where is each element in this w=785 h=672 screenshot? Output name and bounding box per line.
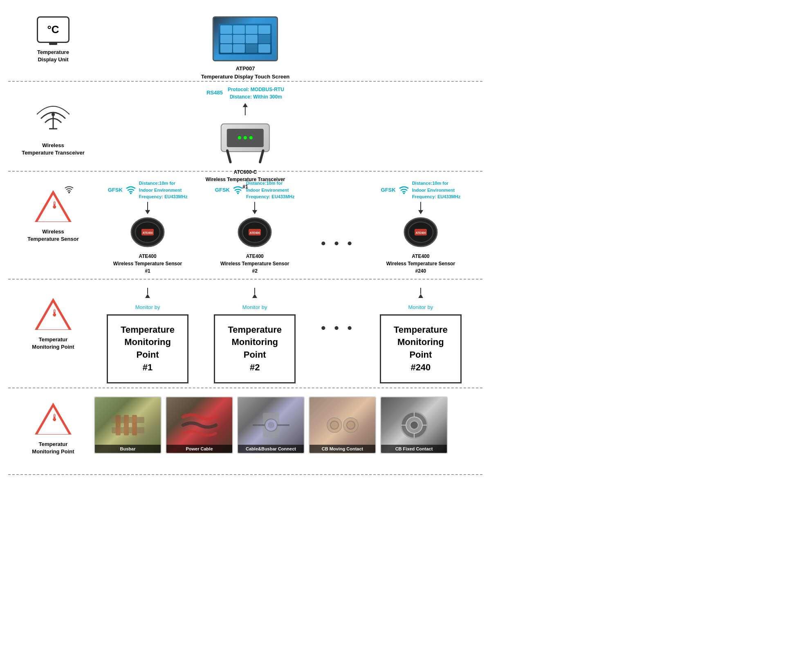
svg-text:ATE400: ATE400 [415, 231, 426, 234]
monitoring-left-line2: Monitoring Point [32, 344, 74, 350]
gfsk-desc-2: Distance:10m for Indoor Environment Freq… [246, 180, 295, 200]
photo-powercable-label: Power Cable [166, 445, 232, 453]
monitoring-box-text-2: Temperature Monitoring Point #2 [221, 324, 288, 374]
monitoring-box-2: Temperature Monitoring Point #2 [214, 314, 296, 383]
photo-cb-fixed: CB Fixed Contact [380, 396, 448, 454]
photo-cablebus-label: Cable&Busbar Connect [238, 445, 304, 453]
monitor-by-label-240: Monitor by [408, 304, 433, 310]
mp2-line2: Monitoring Point [231, 337, 278, 360]
protocol-info: Protocol: MODBUS-RTU Distance: Within 30… [228, 86, 284, 101]
svg-point-26 [268, 422, 274, 428]
touch-screen-box: ATP007 Temperature Display Touch Screen [201, 16, 289, 81]
monitoring-box-240: Temperature Monitoring Point #240 [380, 314, 462, 383]
led-3 [249, 136, 253, 139]
sensor-icon-container: 🌡 [35, 188, 72, 225]
row-sensors: 🌡 Wireless Temperature Sensor [8, 172, 482, 280]
distance-info-1-line1: Distance:10m for [139, 181, 175, 186]
device-body [227, 129, 264, 147]
mp240-line3: #240 [410, 362, 431, 372]
antenna-right-icon [259, 149, 265, 164]
transceiver-left-label: Wireless Temperature Transceiver [22, 142, 85, 157]
sensor-label-line2: Temperature Sensor [27, 236, 78, 242]
svg-point-14 [403, 193, 405, 194]
wireless-transceiver-left: Wireless Temperature Transceiver [20, 102, 86, 157]
temp-monitor-label: Temperatur Monitoring Point [32, 441, 74, 455]
celsius-icon: °C [47, 23, 59, 36]
svg-text:ATE400: ATE400 [250, 231, 260, 234]
mp1-line3: #1 [143, 362, 153, 372]
s1-num: #1 [145, 268, 150, 274]
distance-info-240-line2: Indoor Environment [412, 188, 455, 193]
bottom-border [8, 474, 482, 475]
wifi-small-icon [65, 186, 74, 195]
temp-monitor-left: 🌡 Temperatur Monitoring Point [20, 401, 86, 455]
svg-rect-22 [124, 415, 129, 435]
led-1 [238, 136, 241, 139]
photo-busbar-label: Busbar [95, 445, 161, 453]
s240-desc: Wireless Temperature Sensor [386, 261, 455, 267]
monitor-by-label-1: Monitor by [135, 304, 160, 310]
photos-group: Busbar Power Cable [94, 396, 482, 454]
distance-info-2-line3: Frequency: EU433MHz [246, 194, 295, 199]
photo-power-cable: Power Cable [166, 396, 233, 454]
mp1-line1: Temperature [121, 325, 175, 335]
s2-num: #2 [252, 268, 258, 274]
up-arrow-mp240 [418, 294, 423, 298]
up-arrow-mp2 [252, 294, 257, 298]
display-unit-box: °C Temperature Display Unit [20, 16, 86, 63]
thermometer-icon: 🌡 [50, 199, 60, 211]
rs485-label: RS485 [206, 90, 223, 96]
mp2-line1: Temperature [228, 325, 282, 335]
protocol-line2: Distance: Within 300m [230, 94, 282, 100]
mp240-line2: Monitoring Point [397, 337, 444, 360]
row-bottom: 🌡 Temperatur Monitoring Point [8, 388, 482, 470]
svg-point-4 [130, 193, 132, 194]
monitoring-box-text-240: Temperature Monitoring Point #240 [387, 324, 454, 374]
antenna-left-icon [226, 149, 232, 164]
monitoring-point-2: Monitor by Temperature Monitoring Point … [214, 288, 296, 383]
distance-info-240-line1: Distance:10m for [412, 181, 449, 186]
distance-info-1-line2: Indoor Environment [139, 188, 182, 193]
s1-desc: Wireless Temperature Sensor [113, 261, 182, 267]
atc600-device [221, 123, 270, 152]
transceiver-label-line2: Temperature Transceiver [22, 150, 85, 156]
sensor-2-label: ATE400 Wireless Temperature Sensor #2 [220, 253, 289, 275]
distance-info-2-line2: Indoor Environment [246, 188, 289, 193]
sensor-label-line1: Wireless [42, 228, 64, 235]
sensor-left-label: Wireless Temperature Sensor [27, 228, 78, 243]
photo-cbfixed-label: CB Fixed Contact [381, 445, 447, 453]
sensor-device-1: ATE400 [129, 216, 166, 249]
wireless-sensor-left: 🌡 Wireless Temperature Sensor [20, 188, 86, 243]
dots-separator-mp: • • • [321, 288, 354, 336]
sensor-device-240: ATE400 [402, 216, 439, 249]
down-arrow-2 [252, 210, 257, 214]
row-top: °C Temperature Display Unit [8, 8, 482, 82]
monitor-by-label-2: Monitor by [242, 304, 267, 310]
sensor-unit-1: GFSK Distance:10m for Indoor Environment… [107, 180, 188, 275]
row-transceiver: Wireless Temperature Transceiver RS485 P… [8, 82, 482, 172]
wifi-icon-1 [126, 186, 136, 194]
touch-screen-label: ATP007 Temperature Display Touch Screen [201, 65, 289, 81]
wifi-tower-icon [37, 102, 70, 139]
mp1-line2: Monitoring Point [124, 337, 171, 360]
monitoring-icon-container: 🌡 [35, 296, 72, 333]
gfsk-row-240: GFSK Distance:10m for Indoor Environment… [381, 180, 461, 200]
photo-busbar: Busbar [94, 396, 161, 454]
monitoring-box-text-1: Temperature Monitoring Point #1 [114, 324, 181, 374]
down-arrow-240 [418, 210, 423, 214]
s2-model: ATE400 [246, 253, 264, 259]
photo-cb-moving: CB Moving Contact [309, 396, 376, 454]
temp-monitor-icon: 🌡 [35, 401, 72, 437]
gfsk-label-2: GFSK [215, 187, 230, 193]
svg-point-9 [237, 193, 239, 194]
sensor-240-label: ATE400 Wireless Temperature Sensor #240 [386, 253, 455, 275]
gfsk-row-1: GFSK Distance:10m for Indoor Environment… [108, 180, 188, 200]
display-unit-label-line2: Display Unit [38, 56, 68, 63]
distance-info-240-line3: Frequency: EU433MHz [412, 194, 461, 199]
temp-monitor-label-line1: Temperatur [39, 441, 68, 447]
photo-cable-busbar: Cable&Busbar Connect [237, 396, 305, 454]
gfsk-label-1: GFSK [108, 187, 123, 193]
wifi-icon-240 [399, 186, 409, 194]
led-2 [244, 136, 247, 139]
up-arrow-mp1 [145, 294, 150, 298]
